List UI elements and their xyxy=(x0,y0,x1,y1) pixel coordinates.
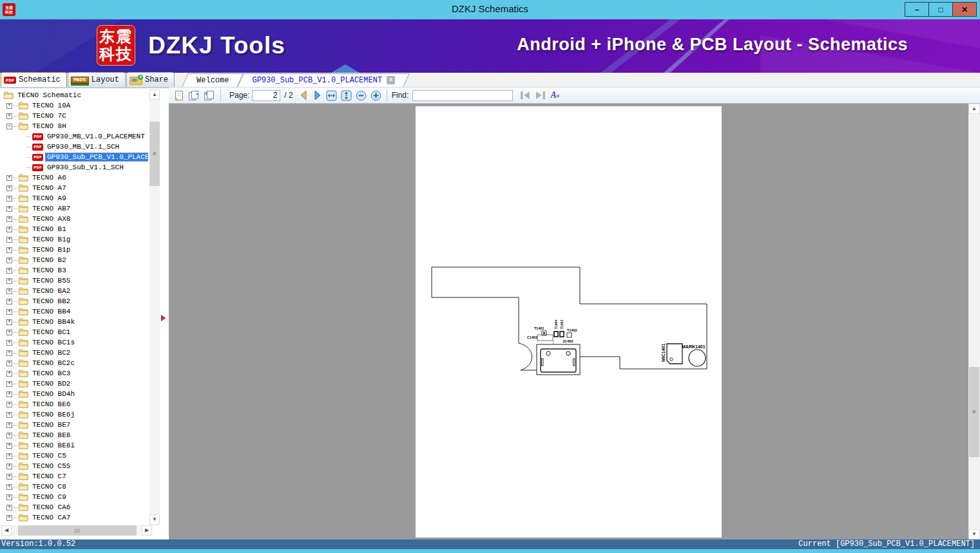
tree-expander-icon[interactable]: + xyxy=(6,464,12,469)
tree-expander-icon[interactable]: + xyxy=(6,175,12,181)
tree-item-folder[interactable]: +TECNO B2 xyxy=(1,255,148,265)
tree-expander-icon[interactable]: + xyxy=(6,474,12,480)
tree-item-folder[interactable]: +TECNO B3 xyxy=(1,265,148,276)
pdf-viewport[interactable]: T1401 C1402 T1404 T1403 T1402 J1402 xyxy=(169,104,968,539)
maximize-button[interactable]: □ xyxy=(928,2,953,17)
tree-item-document[interactable]: PDFGP930_Sub_PCB_V1.0_PLACEMENT xyxy=(1,152,148,162)
scroll-up-icon[interactable]: ▲ xyxy=(149,89,160,100)
tree-item-folder[interactable]: +TECNO CA7 xyxy=(1,512,148,523)
tab-layout[interactable]: PADS Layout xyxy=(68,72,126,87)
tree-expander-icon[interactable]: + xyxy=(6,185,12,191)
tree-expander-icon[interactable]: + xyxy=(6,381,12,387)
doc-tab-current[interactable]: GP930_Sub_PCB_V1.0_PLACEMENT x xyxy=(240,73,407,87)
tree-item-folder[interactable]: +TECNO BC3 xyxy=(1,368,148,379)
tree-item-folder[interactable]: +TECNO BE6j xyxy=(1,409,148,420)
tree-item-folder[interactable]: +TECNO C7 xyxy=(1,471,148,482)
tree-item-folder[interactable]: +TECNO AB7 xyxy=(1,203,148,214)
tree-item-folder[interactable]: +TECNO C5S xyxy=(1,461,148,471)
tree-expander-icon[interactable]: + xyxy=(6,330,12,335)
tree-item-folder[interactable]: +TECNO 7C xyxy=(1,111,148,121)
tree-item-document[interactable]: PDFGP930_MB_V1.1_SCH xyxy=(1,142,148,152)
tree-item-folder[interactable]: +TECNO BB4 xyxy=(1,306,148,317)
tree-item-folder[interactable]: +TECNO BE7 xyxy=(1,420,148,430)
tree-expander-icon[interactable]: + xyxy=(6,278,12,284)
tree-expander-icon[interactable]: + xyxy=(6,247,12,253)
sidebar-hscroll-thumb[interactable]: ||| xyxy=(18,525,137,536)
tree-item-folder[interactable]: +TECNO B5S xyxy=(1,276,148,286)
tree-expander-icon[interactable]: + xyxy=(6,288,12,294)
tree-expander-icon[interactable]: + xyxy=(6,350,12,356)
tree-item-folder[interactable]: +TECNO BE6 xyxy=(1,399,148,409)
tab-share[interactable]: + Share xyxy=(126,72,175,87)
continuous-pages-icon[interactable] xyxy=(204,90,215,101)
tree-expander-icon[interactable]: + xyxy=(6,299,12,305)
find-input[interactable] xyxy=(412,90,513,101)
tree-item-folder[interactable]: +TECNO BC1s xyxy=(1,337,148,348)
tree-item-folder[interactable]: +TECNO AX8 xyxy=(1,214,148,224)
scroll-down-icon[interactable]: ▼ xyxy=(149,514,160,525)
tree-expander-icon[interactable]: + xyxy=(6,196,12,202)
fit-page-icon[interactable] xyxy=(341,90,352,101)
tree-item-folder[interactable]: +TECNO BC1 xyxy=(1,327,148,337)
doc-tab-close-icon[interactable]: x xyxy=(387,76,395,84)
tree-item-folder[interactable]: +TECNO C5 xyxy=(1,451,148,461)
tree-expander-icon[interactable]: + xyxy=(6,237,12,243)
tree-expander-icon[interactable]: + xyxy=(6,484,12,490)
splitter-collapse-icon[interactable] xyxy=(161,315,166,321)
text-zoom-icon[interactable]: Aa xyxy=(550,90,559,100)
tree-item-folder[interactable]: −TECNO 8H xyxy=(1,121,148,131)
main-scroll-thumb[interactable]: ≡ xyxy=(969,367,979,457)
tree-expander-icon[interactable]: + xyxy=(6,361,12,366)
find-next-icon[interactable] xyxy=(535,91,546,100)
minimize-button[interactable]: – xyxy=(905,2,929,17)
close-button[interactable]: ✕ xyxy=(952,2,977,17)
tree-item-folder[interactable]: +TECNO BE8 xyxy=(1,430,148,440)
scroll-right-icon[interactable]: ▶ xyxy=(142,525,152,536)
tree-expander-icon[interactable]: + xyxy=(6,268,12,274)
next-page-icon[interactable] xyxy=(312,90,322,100)
tree-expander-icon[interactable]: + xyxy=(6,113,12,119)
tree-item-document[interactable]: PDFGP930_Sub_V1.1_SCH xyxy=(1,162,148,173)
tree-expander-icon[interactable]: + xyxy=(6,515,12,521)
tree-item-folder[interactable]: +TECNO BD4h xyxy=(1,389,148,399)
fit-width-icon[interactable] xyxy=(326,90,337,101)
tree-expander-icon[interactable]: + xyxy=(6,402,12,408)
tree-item-folder[interactable]: +TECNO BE8i xyxy=(1,440,148,451)
tree-item-folder[interactable]: +TECNO CA6 xyxy=(1,502,148,512)
sidebar-vertical-scrollbar[interactable]: ▲ ≡ ▼ xyxy=(149,89,160,525)
tree-item-folder[interactable]: +TECNO BD2 xyxy=(1,379,148,389)
tree-item-folder[interactable]: +TECNO C9 xyxy=(1,492,148,502)
tree-expander-icon[interactable]: − xyxy=(6,124,12,129)
tree-item-folder[interactable]: +TECNO BB2 xyxy=(1,296,148,306)
tree-expander-icon[interactable]: + xyxy=(6,103,12,109)
tree-item-folder[interactable]: +TECNO BC2c xyxy=(1,358,148,368)
tree-item-folder[interactable]: +TECNO A7 xyxy=(1,183,148,193)
tab-schematic[interactable]: PDF Schematic xyxy=(1,72,67,87)
tree-expander-icon[interactable]: + xyxy=(6,206,12,212)
tree-expander-icon[interactable]: + xyxy=(6,391,12,397)
previous-page-icon[interactable] xyxy=(299,90,309,100)
tree-item-folder[interactable]: TECNO Schematic xyxy=(1,90,148,100)
tree-expander-icon[interactable]: + xyxy=(6,505,12,511)
tree-item-folder[interactable]: +TECNO B1 xyxy=(1,224,148,234)
scroll-left-icon[interactable]: ◀ xyxy=(1,525,12,536)
scroll-down-icon[interactable]: ▼ xyxy=(968,529,980,539)
sidebar-scroll-thumb[interactable]: ≡ xyxy=(149,122,160,186)
find-previous-icon[interactable] xyxy=(519,91,531,100)
zoom-out-icon[interactable] xyxy=(356,90,367,101)
tree-item-folder[interactable]: +TECNO A6 xyxy=(1,173,148,183)
tree-expander-icon[interactable]: + xyxy=(6,443,12,449)
tree-expander-icon[interactable]: + xyxy=(6,319,12,325)
doc-tab-welcome[interactable]: Welcome xyxy=(185,73,240,87)
tree-expander-icon[interactable]: + xyxy=(6,433,12,438)
tree-expander-icon[interactable]: + xyxy=(6,227,12,232)
tree-item-folder[interactable]: +TECNO BB4k xyxy=(1,317,148,327)
tree-expander-icon[interactable]: + xyxy=(6,371,12,377)
tree-expander-icon[interactable]: + xyxy=(6,494,12,500)
tree-item-document[interactable]: PDFGP930_MB_V1.0_PLACEMENT xyxy=(1,131,148,142)
tree-item-folder[interactable]: +TECNO BC2 xyxy=(1,348,148,358)
sidebar-horizontal-scrollbar[interactable]: ◀ ||| ▶ xyxy=(1,525,152,536)
tree-expander-icon[interactable]: + xyxy=(6,216,12,222)
tree-expander-icon[interactable]: + xyxy=(6,453,12,459)
tree-item-folder[interactable]: +TECNO B1g xyxy=(1,234,148,245)
